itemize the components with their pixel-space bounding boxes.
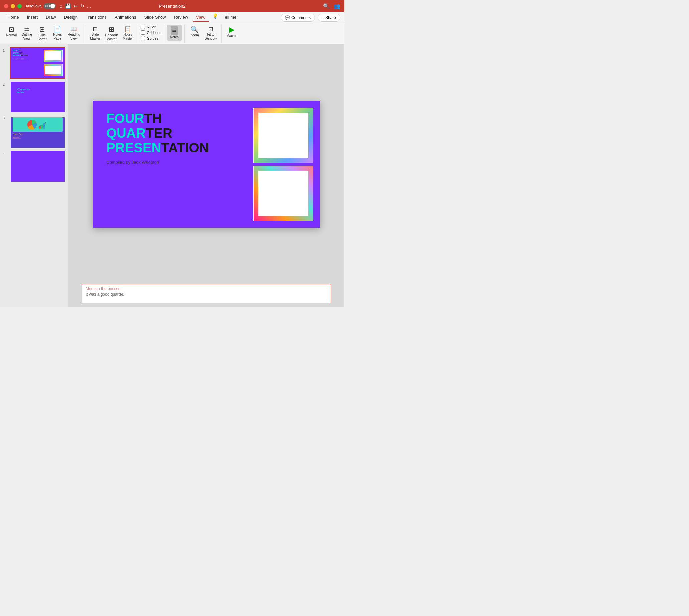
show-checkboxes: Ruler Gridlines Guides <box>141 25 161 40</box>
notes-group: ≡ Notes <box>165 25 185 43</box>
slide-item-4[interactable]: 4 <box>3 150 65 182</box>
slide-1-image-2 <box>44 64 63 76</box>
guides-label: Guides <box>147 37 158 40</box>
search-icon[interactable]: 🔍 <box>323 3 330 9</box>
menu-design[interactable]: Design <box>61 13 81 22</box>
zoom-label: Zoom <box>191 34 199 38</box>
slide-num-1: 1 <box>3 47 8 52</box>
master-views-group: ⊟ SlideMaster ⊞ HandoutMaster 📋 NotesMas… <box>85 25 138 43</box>
slide-2-content: 3RD QUARTERRECAP <box>11 82 65 112</box>
guides-checkbox[interactable] <box>141 36 145 40</box>
slide-thumb-1[interactable]: FOURTH QUARTER PRESENTATION Compiled by … <box>10 47 65 79</box>
fit-to-window-button[interactable]: ⊡ Fit toWindow <box>203 25 219 42</box>
main-slide-left: FOURTH QUARTER PRESENTATION Compiled by … <box>93 101 253 228</box>
reading-view-button[interactable]: 📖 ReadingView <box>65 25 82 42</box>
slide-1-text: FOURTH QUARTER PRESENTATION Compiled by … <box>13 50 42 76</box>
slide-item-2[interactable]: 2 3RD QUARTERRECAP <box>3 81 65 113</box>
title-fourth-colored: FOUR <box>106 111 144 126</box>
slide-3-content: Progress Figures: Increase in the quarte… <box>11 117 65 148</box>
notes-area[interactable]: Mention the bosses. It was a good quarte… <box>82 284 331 303</box>
title-bar-right: 🔍 👥 <box>323 3 341 9</box>
content-area: FOURTH QUARTER PRESENTATION Compiled by … <box>68 44 345 307</box>
redo-icon[interactable]: ↻ <box>80 3 84 9</box>
close-button[interactable] <box>4 4 8 8</box>
share-contacts-icon[interactable]: 👥 <box>334 3 341 9</box>
menu-home[interactable]: Home <box>4 13 22 22</box>
svg-rect-1 <box>39 126 41 129</box>
slide-1-image-1 <box>44 50 63 62</box>
gridlines-checkbox[interactable] <box>141 30 145 35</box>
minimize-button[interactable] <box>11 4 15 8</box>
slide-sorter-button[interactable]: ⊞ SlideSorter <box>35 25 49 43</box>
toggle-state-label: OFF <box>45 4 51 8</box>
normal-view-icon: ⊡ <box>9 26 14 33</box>
share-icon: ↑ <box>322 15 324 20</box>
undo-icon[interactable]: ↩ <box>73 3 78 9</box>
autosave-toggle[interactable]: OFF <box>44 3 56 9</box>
outline-view-button[interactable]: ☰ OutlineView <box>19 25 34 42</box>
notes-line-1: Mention the bosses. <box>86 286 327 291</box>
ruler-checkbox-label[interactable]: Ruler <box>141 25 161 29</box>
slide-master-button[interactable]: ⊟ SlideMaster <box>88 25 103 42</box>
slide-2-title: 3RD QUARTERRECAP <box>17 88 59 93</box>
zoom-button[interactable]: 🔍 Zoom <box>188 25 202 39</box>
notes-master-button[interactable]: 📋 NotesMaster <box>120 25 135 42</box>
menu-draw[interactable]: Draw <box>42 13 59 22</box>
menu-slideshow[interactable]: Slide Show <box>141 13 169 22</box>
gridlines-checkbox-label[interactable]: Gridlines <box>141 30 161 35</box>
main-image-2 <box>253 166 314 221</box>
slide-item-1[interactable]: 1 FOURTH QUARTER PRESENTATION Compiled b… <box>3 47 65 79</box>
handout-master-icon: ⊞ <box>109 26 114 33</box>
title-line-1: FOURTH <box>106 111 240 126</box>
menu-animations[interactable]: Animations <box>111 13 139 22</box>
home-icon[interactable]: ⌂ <box>60 3 63 9</box>
title-quarter-colored: QUAR <box>106 126 146 140</box>
slide-thumb-2[interactable]: 3RD QUARTERRECAP <box>10 81 65 113</box>
main-slide-right <box>253 101 320 228</box>
menu-view[interactable]: View <box>193 13 209 22</box>
notes-button[interactable]: ≡ Notes <box>167 25 182 41</box>
outline-view-icon: ☰ <box>24 26 29 32</box>
handout-master-button[interactable]: ⊞ HandoutMaster <box>103 25 120 43</box>
window-controls <box>4 4 22 8</box>
normal-view-button[interactable]: ⊡ Normal <box>4 25 19 39</box>
slide-item-3[interactable]: 3 <box>3 115 65 148</box>
save-icon[interactable]: 💾 <box>65 3 71 9</box>
macros-icon: ▶ <box>229 26 235 34</box>
gridlines-label: Gridlines <box>147 31 161 35</box>
slide-thumb-3[interactable]: Progress Figures: Increase in the quarte… <box>10 115 65 148</box>
fit-to-window-label: Fit toWindow <box>205 33 217 41</box>
menu-tellme[interactable]: Tell me <box>219 13 240 22</box>
slide-1-content: FOURTH QUARTER PRESENTATION Compiled by … <box>11 48 65 78</box>
ruler-checkbox[interactable] <box>141 25 145 29</box>
maximize-button[interactable] <box>17 4 22 8</box>
slide-3-chart-area <box>13 117 63 132</box>
slide-3-bullet-3: Reduction in costs <box>13 138 63 139</box>
ribbon: ⊡ Normal ☰ OutlineView ⊞ SlideSorter 📄 N… <box>0 23 345 44</box>
notes-page-icon: 📄 <box>54 26 61 32</box>
main-image-1 <box>253 108 314 163</box>
title-bar-icons: ⌂ 💾 ↩ ↻ ... <box>60 3 91 9</box>
comments-button[interactable]: 💬 Comments <box>281 14 315 22</box>
menu-review[interactable]: Review <box>170 13 191 22</box>
notes-page-label: NotesPage <box>53 33 62 41</box>
notes-page-button[interactable]: 📄 NotesPage <box>50 25 65 42</box>
title-quarter-dark: TER <box>146 126 172 140</box>
main-slide[interactable]: FOURTH QUARTER PRESENTATION Compiled by … <box>93 101 320 228</box>
slide-3-text-area: Progress Figures: Increase in the quarte… <box>11 133 65 139</box>
window-title: Presentation2 <box>159 4 186 9</box>
ruler-label: Ruler <box>147 25 155 29</box>
menu-insert[interactable]: Insert <box>24 13 41 22</box>
main-slide-title: FOURTH QUARTER PRESENTATION <box>106 111 240 155</box>
main-layout: 1 FOURTH QUARTER PRESENTATION Compiled b… <box>0 44 345 307</box>
guides-checkbox-label[interactable]: Guides <box>141 36 161 40</box>
zoom-group: 🔍 Zoom ⊡ Fit toWindow <box>185 25 222 43</box>
slide-num-3: 3 <box>3 115 8 120</box>
macros-button[interactable]: ▶ Macros <box>224 25 239 39</box>
menu-transitions[interactable]: Transitions <box>82 13 110 22</box>
more-icon[interactable]: ... <box>87 3 91 9</box>
notes-label: Notes <box>170 36 179 39</box>
menu-bar-right: 💬 Comments ↑ Share <box>281 14 341 22</box>
slide-thumb-4[interactable] <box>10 150 65 182</box>
share-button[interactable]: ↑ Share <box>318 14 341 22</box>
